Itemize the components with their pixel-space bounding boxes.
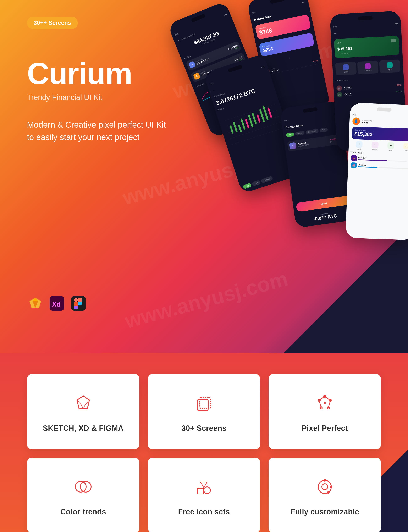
feature-card-pixel: Pixel Perfect <box>269 374 381 449</box>
svg-rect-29 <box>267 107 272 118</box>
features-section: SKETCH, XD & FIGMA 30+ Screens <box>0 353 408 532</box>
svg-rect-12 <box>78 298 82 302</box>
hero-content: Curium Trendy Financial UI Kit Modern & … <box>27 58 166 143</box>
pixel-icon-wrap <box>312 391 337 416</box>
svg-rect-9 <box>74 298 78 302</box>
features-grid: SKETCH, XD & FIGMA 30+ Screens <box>27 374 381 532</box>
badge-number: 30+ <box>34 19 43 26</box>
custom-icon-wrap <box>312 474 337 499</box>
phone-mockup-6: 9:41●●● 👤 Good MorningJohn! Current bala… <box>346 103 408 240</box>
screens-label: 30+ Screens <box>182 424 227 433</box>
feature-card-custom: Fully customizable <box>269 458 381 532</box>
figma-icon <box>70 295 87 312</box>
screens-badge: 30++ Screens <box>27 17 78 29</box>
xd-icon: Xd <box>49 295 65 312</box>
badge-label: Screens <box>49 19 71 26</box>
screens-icon-wrap <box>192 391 216 416</box>
svg-line-18 <box>231 128 283 145</box>
svg-rect-19 <box>230 125 234 134</box>
svg-rect-26 <box>256 114 261 123</box>
svg-rect-33 <box>197 400 208 410</box>
hero-title: Curium <box>27 58 166 89</box>
svg-point-40 <box>324 402 325 404</box>
hero-subtitle: Trendy Financial UI Kit <box>27 93 166 102</box>
pixel-label: Pixel Perfect <box>302 424 348 433</box>
sketch-xd-figma-icon <box>71 391 96 416</box>
svg-rect-32 <box>200 398 211 408</box>
svg-rect-21 <box>238 125 242 132</box>
feature-card-iconset: Free icon sets <box>148 458 260 532</box>
svg-rect-45 <box>198 488 203 494</box>
color-icon-wrap <box>71 474 96 499</box>
hero-section: www.anyusj.com www.anyusj.com www.anyusj… <box>0 0 408 353</box>
feature-card-screens: 30+ Screens <box>148 374 260 449</box>
feature-card-color: Color trends <box>27 458 139 532</box>
color-label: Color trends <box>60 507 106 516</box>
svg-text:Xd: Xd <box>52 301 61 308</box>
svg-rect-20 <box>233 122 238 132</box>
svg-point-46 <box>322 484 328 490</box>
svg-rect-10 <box>74 302 78 306</box>
feature-card-sketch: SKETCH, XD & FIGMA <box>27 374 139 449</box>
svg-rect-22 <box>240 118 246 130</box>
sketch-icon <box>27 295 43 312</box>
svg-rect-11 <box>74 306 78 310</box>
sketch-xd-figma-label: SKETCH, XD & FIGMA <box>43 424 123 433</box>
tool-icons: Xd <box>27 295 87 312</box>
iconset-label: Free icon sets <box>178 507 230 516</box>
phones-cluster: 9:41●●● ← Crypto Balance $84,927.83 ↑2.6… <box>176 0 408 320</box>
svg-point-44 <box>204 487 210 494</box>
hero-description: Modern & Creative pixel perfect UI Kit t… <box>27 118 166 143</box>
iconset-icon-wrap <box>192 474 216 499</box>
custom-label: Fully customizable <box>290 507 359 516</box>
